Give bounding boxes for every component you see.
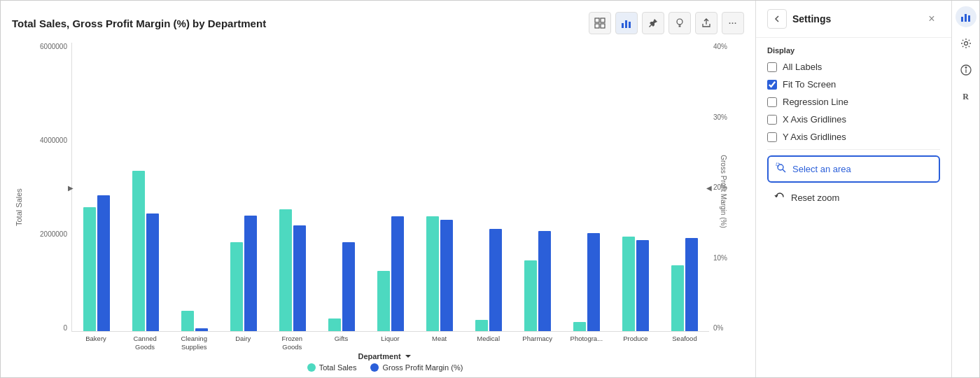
x-label-11: Produce bbox=[611, 335, 660, 351]
bar-total-sales-5[interactable] bbox=[328, 318, 341, 331]
bar-gpm-7[interactable] bbox=[440, 220, 453, 331]
option-all-labels-label: All Labels bbox=[783, 62, 822, 72]
bar-group bbox=[170, 311, 219, 331]
x-label-7: Meat bbox=[415, 335, 464, 351]
reset-zoom-label: Reset zoom bbox=[791, 192, 839, 203]
chart-plot-area: 6000000 4000000 2000000 0 ▶ ◀ 40% 30% 20… bbox=[26, 43, 744, 332]
bar-gpm-11[interactable] bbox=[636, 240, 649, 331]
settings-header-left: Settings bbox=[767, 9, 831, 29]
bar-total-sales-1[interactable] bbox=[132, 171, 145, 331]
main-chart-area: Total Sales, Gross Profit Margin (%) by … bbox=[1, 1, 755, 377]
bar-group bbox=[464, 229, 513, 331]
y-axis-left: 6000000 4000000 2000000 0 bbox=[26, 43, 71, 332]
bar-total-sales-8[interactable] bbox=[475, 320, 488, 331]
y-axis-left-label: Total Sales bbox=[12, 43, 26, 372]
bar-total-sales-6[interactable] bbox=[377, 271, 390, 331]
bar-gpm-4[interactable] bbox=[293, 225, 306, 331]
option-regression-line[interactable]: Regression Line bbox=[767, 97, 940, 107]
select-area-button[interactable]: Select an area bbox=[767, 155, 940, 183]
bar-gpm-12[interactable] bbox=[685, 238, 698, 331]
bar-chart-button[interactable] bbox=[615, 12, 638, 34]
legend-total-sales-label: Total Sales bbox=[319, 363, 357, 372]
bar-total-sales-7[interactable] bbox=[426, 216, 439, 331]
svg-rect-1 bbox=[601, 18, 605, 22]
bar-gpm-2[interactable] bbox=[195, 328, 208, 331]
checkbox-y-axis-gridlines[interactable] bbox=[767, 132, 777, 142]
legend-total-sales-dot bbox=[307, 363, 316, 372]
bar-gpm-3[interactable] bbox=[244, 216, 257, 331]
bar-total-sales-2[interactable] bbox=[181, 311, 194, 331]
x-label-8: Medical bbox=[464, 335, 513, 351]
sidebar-info-button[interactable] bbox=[955, 59, 976, 80]
y-axis-right: 40% 30% 20% 10% 0% Gross Profit Margin (… bbox=[709, 43, 744, 332]
bar-group bbox=[72, 195, 121, 331]
bar-group bbox=[121, 171, 170, 331]
chart-toggle-left[interactable]: ▶ bbox=[68, 183, 74, 191]
bar-total-sales-0[interactable] bbox=[83, 207, 96, 331]
sidebar-settings-button[interactable] bbox=[955, 33, 976, 54]
y-left-tick-6m: 6000000 bbox=[40, 43, 67, 50]
checkbox-regression-line[interactable] bbox=[767, 97, 777, 107]
bars-container bbox=[71, 43, 709, 332]
svg-point-19 bbox=[965, 67, 967, 69]
bar-total-sales-10[interactable] bbox=[573, 322, 586, 331]
option-y-axis-gridlines[interactable]: Y Axis Gridlines bbox=[767, 132, 940, 142]
svg-rect-2 bbox=[595, 24, 599, 28]
insight-button[interactable] bbox=[668, 12, 691, 34]
chart-title: Total Sales, Gross Profit Margin (%) by … bbox=[12, 18, 266, 29]
settings-title: Settings bbox=[792, 13, 831, 24]
bar-total-sales-4[interactable] bbox=[279, 209, 292, 331]
option-x-axis-gridlines[interactable]: X Axis Gridlines bbox=[767, 114, 940, 125]
x-label-5: Gifts bbox=[316, 335, 365, 351]
table-view-button[interactable] bbox=[589, 12, 611, 34]
more-options-button[interactable]: ··· bbox=[722, 12, 744, 34]
bar-total-sales-3[interactable] bbox=[230, 242, 243, 331]
bar-gpm-9[interactable] bbox=[538, 231, 551, 331]
reset-zoom-icon bbox=[774, 191, 785, 204]
bar-group bbox=[415, 216, 464, 331]
pin-button[interactable] bbox=[642, 12, 664, 34]
bar-gpm-8[interactable] bbox=[489, 229, 502, 331]
checkbox-x-axis-gridlines[interactable] bbox=[767, 115, 777, 125]
share-button[interactable] bbox=[695, 12, 718, 34]
x-label-12: Seafood bbox=[660, 335, 709, 351]
svg-rect-15 bbox=[968, 15, 970, 22]
legend-total-sales: Total Sales bbox=[307, 363, 357, 372]
option-all-labels[interactable]: All Labels bbox=[767, 62, 940, 72]
settings-display-section-title: Display bbox=[767, 46, 940, 55]
x-label-6: Liquor bbox=[365, 335, 414, 351]
option-fit-to-screen[interactable]: Fit To Screen bbox=[767, 79, 940, 90]
bar-group bbox=[660, 238, 709, 331]
sidebar-robot-button[interactable]: R bbox=[955, 86, 976, 107]
settings-header: Settings × bbox=[756, 1, 951, 38]
settings-close-button[interactable]: × bbox=[923, 10, 940, 27]
bar-gpm-10[interactable] bbox=[587, 233, 600, 331]
sidebar-bar-chart-button[interactable] bbox=[955, 6, 976, 27]
bar-gpm-6[interactable] bbox=[391, 216, 404, 331]
bar-gpm-0[interactable] bbox=[97, 195, 110, 331]
y-left-tick-2m: 2000000 bbox=[40, 230, 67, 238]
checkbox-fit-to-screen[interactable] bbox=[767, 80, 777, 90]
option-fit-to-screen-label: Fit To Screen bbox=[783, 79, 836, 90]
x-axis-title: Department bbox=[26, 352, 744, 360]
bar-total-sales-12[interactable] bbox=[671, 265, 684, 331]
bar-gpm-1[interactable] bbox=[146, 214, 159, 331]
svg-rect-9 bbox=[679, 26, 681, 27]
bar-total-sales-11[interactable] bbox=[622, 237, 635, 331]
x-label-2: CleaningSupplies bbox=[169, 335, 218, 351]
bar-total-sales-9[interactable] bbox=[524, 260, 537, 331]
checkbox-all-labels[interactable] bbox=[767, 62, 777, 72]
x-label-9: Pharmacy bbox=[513, 335, 562, 351]
option-x-axis-gridlines-label: X Axis Gridlines bbox=[783, 114, 846, 125]
svg-rect-4 bbox=[622, 23, 624, 28]
option-y-axis-gridlines-label: Y Axis Gridlines bbox=[783, 132, 846, 142]
settings-back-button[interactable] bbox=[767, 9, 787, 29]
bar-group bbox=[366, 216, 415, 331]
y-right-tick-0: 0% bbox=[713, 324, 723, 332]
x-label-4: FrozenGoods bbox=[267, 335, 316, 351]
reset-zoom-button[interactable]: Reset zoom bbox=[767, 186, 940, 210]
y-axis-right-label: Gross Profit Margin (%) bbox=[719, 155, 727, 227]
chart-wrapper: Total Sales 6000000 4000000 2000000 0 ▶ … bbox=[12, 43, 744, 372]
bar-gpm-5[interactable] bbox=[342, 242, 355, 331]
select-area-icon bbox=[776, 162, 787, 176]
